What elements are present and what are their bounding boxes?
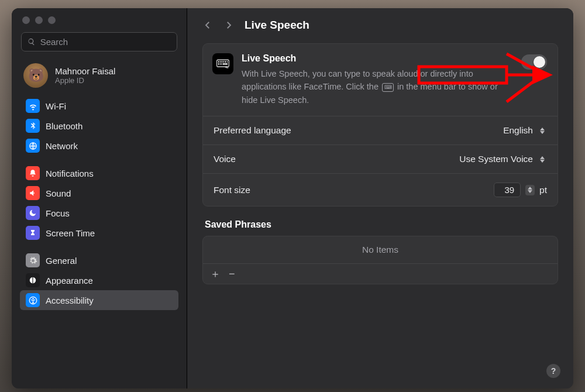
svg-rect-10 (218, 63, 219, 64)
row-label: Voice (214, 154, 236, 164)
bluetooth-icon (26, 119, 40, 133)
row-label: Font size (214, 185, 250, 195)
empty-state: No Items (203, 236, 558, 264)
hourglass-icon (26, 226, 40, 240)
svg-rect-7 (222, 61, 223, 63)
row-font-size: Font size 39 pt (203, 174, 558, 206)
search-field[interactable] (21, 32, 177, 51)
sidebar-label: Screen Time (46, 228, 95, 238)
stepper-buttons[interactable] (525, 185, 535, 195)
row-voice: Voice Use System Voice (203, 145, 558, 174)
svg-rect-8 (225, 61, 226, 63)
feature-description: Live Speech With Live Speech, you can ty… (242, 53, 547, 106)
sidebar-item-general[interactable]: General (20, 250, 178, 270)
gear-icon (26, 253, 40, 267)
keyboard-icon (212, 53, 233, 74)
svg-rect-12 (222, 63, 228, 64)
font-size-unit: pt (539, 185, 547, 195)
sidebar-item-focus[interactable]: Focus (20, 203, 178, 223)
sidebar-item-accessibility[interactable]: Accessibility (20, 290, 178, 310)
topbar: Live Speech (187, 8, 573, 40)
bell-icon (26, 166, 40, 180)
sidebar-label: Notifications (46, 169, 94, 178)
sidebar-item-network[interactable]: Network (20, 136, 178, 156)
list-footer: ＋ − (203, 264, 558, 284)
page-title: Live Speech (245, 19, 309, 32)
search-icon (27, 37, 36, 46)
chevron-up-down-icon (538, 125, 547, 136)
sidebar-label: General (46, 256, 77, 266)
sidebar-item-bluetooth[interactable]: Bluetooth (20, 116, 178, 136)
sidebar-nav: Wi-Fi Bluetooth Network (18, 96, 181, 317)
svg-point-3 (32, 298, 34, 300)
forward-button[interactable] (223, 20, 234, 30)
sidebar: 🐻 Mahnoor Faisal Apple ID Wi-Fi Bl (12, 8, 187, 388)
profile-sub: Apple ID (55, 76, 115, 85)
wifi-icon (26, 99, 40, 113)
sidebar-item-appearance[interactable]: Appearance (20, 270, 178, 290)
sidebar-item-notifications[interactable]: Notifications (20, 163, 178, 183)
live-speech-toggle[interactable] (521, 54, 547, 70)
window-controls (18, 16, 181, 32)
zoom-dot[interactable] (48, 16, 56, 24)
voice-select[interactable]: Use System Voice (459, 154, 547, 164)
settings-window: 🐻 Mahnoor Faisal Apple ID Wi-Fi Bl (12, 8, 573, 388)
sidebar-label: Focus (46, 208, 70, 218)
live-speech-card: Live Speech With Live Speech, you can ty… (202, 43, 558, 207)
remove-phrase-button[interactable]: − (229, 269, 235, 279)
svg-rect-6 (221, 61, 222, 63)
menubar-keyboard-icon: ⌨ (382, 83, 394, 92)
saved-phrases-label: Saved Phrases (205, 219, 556, 230)
network-icon (26, 139, 40, 153)
moon-icon (26, 206, 40, 220)
row-label: Preferred language (214, 125, 291, 136)
sidebar-label: Network (46, 141, 78, 151)
saved-phrases-list: No Items ＋ − (202, 236, 558, 284)
preferred-language-select[interactable]: English (503, 125, 547, 136)
row-preferred-language: Preferred language English (203, 116, 558, 145)
sidebar-item-sound[interactable]: Sound (20, 183, 178, 203)
add-phrase-button[interactable]: ＋ (210, 269, 221, 279)
sidebar-item-screen-time[interactable]: Screen Time (20, 223, 178, 243)
content: Live Speech With Live Speech, you can ty… (187, 40, 573, 388)
main-panel: Live Speech Live Speech With Live Speech… (187, 8, 573, 388)
font-size-stepper[interactable]: 39 pt (494, 183, 547, 197)
help-button[interactable]: ? (546, 364, 560, 378)
accessibility-icon (26, 293, 40, 307)
svg-rect-4 (217, 60, 229, 67)
svg-rect-11 (221, 63, 222, 64)
appearance-icon (26, 273, 40, 287)
sidebar-label: Wi-Fi (46, 101, 66, 111)
speaker-icon (26, 186, 40, 200)
sidebar-label: Bluetooth (46, 121, 82, 131)
chevron-up-down-icon (538, 154, 547, 164)
svg-rect-9 (227, 61, 228, 63)
back-button[interactable] (202, 20, 213, 30)
toggle-knob (534, 56, 545, 68)
minimize-dot[interactable] (35, 16, 43, 24)
feature-title: Live Speech (242, 53, 512, 64)
svg-rect-5 (218, 61, 219, 63)
font-size-value[interactable]: 39 (494, 183, 521, 197)
apple-id-row[interactable]: 🐻 Mahnoor Faisal Apple ID (18, 60, 181, 96)
close-dot[interactable] (22, 16, 30, 24)
avatar: 🐻 (23, 63, 48, 88)
profile-name: Mahnoor Faisal (55, 66, 115, 76)
sidebar-item-wifi[interactable]: Wi-Fi (20, 96, 178, 116)
sidebar-label: Accessibility (46, 295, 94, 305)
sidebar-label: Appearance (46, 276, 93, 286)
search-input[interactable] (40, 37, 171, 47)
sidebar-label: Sound (46, 188, 71, 198)
